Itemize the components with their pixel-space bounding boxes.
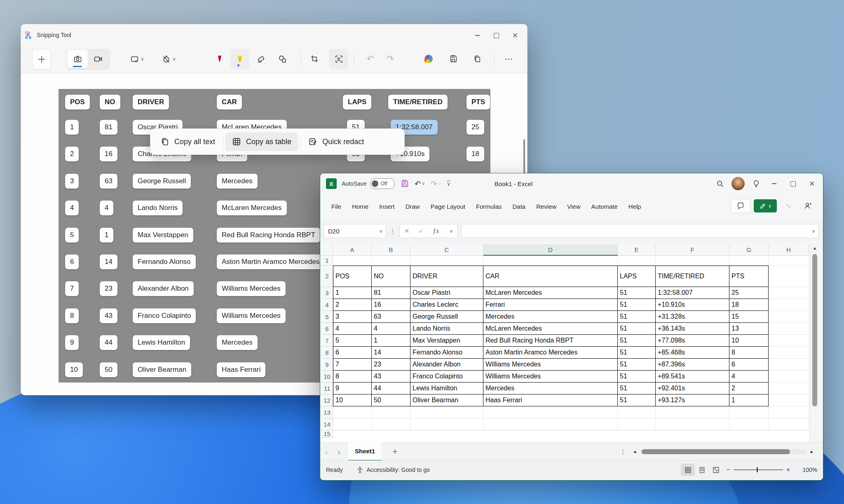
cell-data[interactable]: Lando Norris (410, 323, 483, 335)
snip-minimize-button[interactable] (468, 28, 487, 42)
horizontal-scroll-track[interactable] (640, 449, 806, 454)
cell-empty[interactable] (769, 347, 809, 359)
new-sheet-button[interactable]: + (392, 447, 397, 457)
grid-vertical-scrollbar-thumb[interactable] (812, 254, 817, 406)
cell-data[interactable]: 16 (372, 299, 410, 311)
cell-data[interactable]: Fernando Alonso (410, 347, 483, 359)
cell-empty[interactable] (483, 430, 618, 431)
cell-empty[interactable] (656, 430, 729, 431)
cell-data[interactable]: Ferrari (483, 299, 618, 311)
zoom-out-button[interactable]: − (726, 466, 730, 474)
cell-data[interactable]: 6 (333, 347, 372, 359)
cell-empty[interactable] (483, 406, 618, 418)
cell-data[interactable]: 8 (333, 371, 372, 383)
cell-empty[interactable] (769, 323, 809, 335)
page-layout-view-button[interactable] (695, 464, 709, 476)
cell-data[interactable]: 15 (729, 311, 769, 323)
ribbon-tab-file[interactable]: File (326, 200, 347, 213)
shared-users-button[interactable] (800, 199, 816, 212)
excel-close-button[interactable]: ✕ (802, 177, 821, 191)
row-header-8[interactable]: 8 (321, 347, 333, 359)
highlighter-tool[interactable]: ∨ (230, 49, 249, 69)
cell-data[interactable]: +87.396s (656, 359, 729, 371)
screenshot-mode-button[interactable] (67, 49, 88, 68)
cell-empty[interactable] (769, 335, 809, 347)
crop-tool[interactable] (306, 49, 323, 69)
cell-empty[interactable] (769, 430, 809, 431)
cell-data[interactable]: 5 (333, 335, 372, 347)
cell-header-driver[interactable]: DRIVER (410, 266, 483, 287)
cell-empty[interactable] (729, 406, 769, 418)
cell-empty[interactable] (729, 418, 769, 430)
ribbon-tab-review[interactable]: Review (531, 200, 562, 213)
column-header-H[interactable]: H (769, 244, 809, 256)
cell-empty[interactable] (769, 418, 809, 430)
cell-data[interactable]: 51 (618, 311, 656, 323)
row-header-2[interactable]: 2 (321, 266, 333, 287)
cell-data[interactable]: 18 (729, 299, 769, 311)
cell-data[interactable]: 2 (729, 383, 769, 394)
cell-data[interactable]: 3 (333, 311, 372, 323)
autosave-toggle[interactable]: Off (370, 178, 395, 189)
cell-data[interactable]: 1 (729, 394, 769, 406)
cell-empty[interactable] (483, 418, 618, 430)
cell-empty[interactable] (656, 418, 729, 430)
cell-data[interactable]: 1 (333, 287, 372, 299)
cell-empty[interactable] (410, 430, 483, 431)
cell-empty[interactable] (769, 256, 809, 266)
grid-horizontal-scrollbar[interactable]: ◂ ▸ (633, 448, 813, 456)
cell-data[interactable]: 4 (729, 371, 769, 383)
zoom-slider[interactable] (734, 469, 783, 470)
cell-data[interactable]: +31.328s (656, 311, 729, 323)
accessibility-status[interactable]: Accessibility: Good to go (356, 467, 429, 474)
search-button[interactable] (712, 177, 728, 191)
zoom-in-button[interactable]: + (786, 466, 790, 474)
cell-empty[interactable] (372, 256, 410, 266)
scroll-right-arrow[interactable]: ▸ (806, 449, 813, 455)
cell-empty[interactable] (372, 418, 410, 430)
cell-data[interactable]: +10.910s (656, 299, 729, 311)
zoom-percentage[interactable]: 100% (798, 467, 817, 473)
redo-button[interactable]: ↷ ∨ (431, 180, 441, 188)
select-all-corner[interactable] (321, 244, 333, 256)
cell-empty[interactable] (769, 359, 809, 371)
cell-data[interactable]: +89.541s (656, 371, 729, 383)
excel-maximize-button[interactable] (783, 177, 802, 191)
column-header-A[interactable]: A (333, 244, 372, 256)
page-break-preview-button[interactable] (709, 464, 723, 476)
normal-view-button[interactable] (681, 464, 695, 476)
cell-data[interactable]: 4 (372, 323, 410, 335)
cell-empty[interactable] (769, 394, 809, 406)
cell-data[interactable]: McLaren Mercedes (483, 287, 618, 299)
cell-data[interactable]: Williams Mercedes (483, 371, 618, 383)
snip-shape-dropdown[interactable]: ∨ (125, 49, 149, 69)
cell-data[interactable]: Mercedes (483, 383, 618, 394)
cell-data[interactable]: 23 (372, 359, 410, 371)
formula-input[interactable]: ∨ (461, 224, 819, 238)
cell-data[interactable]: +85.468s (656, 347, 729, 359)
cell-empty[interactable] (333, 418, 372, 430)
cell-data[interactable]: Lewis Hamilton (410, 383, 483, 394)
cell-data[interactable]: 51 (618, 371, 656, 383)
cell-data[interactable]: 10 (333, 394, 372, 406)
cell-data[interactable]: 51 (618, 347, 656, 359)
next-sheet-button[interactable]: › (333, 447, 345, 457)
cell-data[interactable]: +93.127s (656, 394, 729, 406)
cell-data[interactable]: Oscar Piastri (410, 287, 483, 299)
cell-empty[interactable] (656, 406, 729, 418)
row-header-7[interactable]: 7 (321, 335, 333, 347)
row-header-11[interactable]: 11 (321, 383, 333, 394)
cell-data[interactable]: 51 (618, 394, 656, 406)
cell-header-no[interactable]: NO (372, 266, 410, 287)
share-button[interactable]: ∨ (754, 199, 777, 212)
cell-data[interactable]: 44 (372, 383, 410, 394)
enter-button[interactable]: ✓ (418, 227, 424, 235)
cell-empty[interactable] (769, 371, 809, 383)
snip-maximize-button[interactable] (487, 28, 506, 42)
ribbon-tab-view[interactable]: View (562, 200, 586, 213)
cell-data[interactable]: Williams Mercedes (483, 359, 618, 371)
cell-data[interactable]: Alexander Albon (410, 359, 483, 371)
ballpoint-pen-tool[interactable] (211, 49, 228, 69)
edit-in-paint-button[interactable] (420, 49, 437, 69)
account-avatar[interactable] (731, 177, 745, 190)
